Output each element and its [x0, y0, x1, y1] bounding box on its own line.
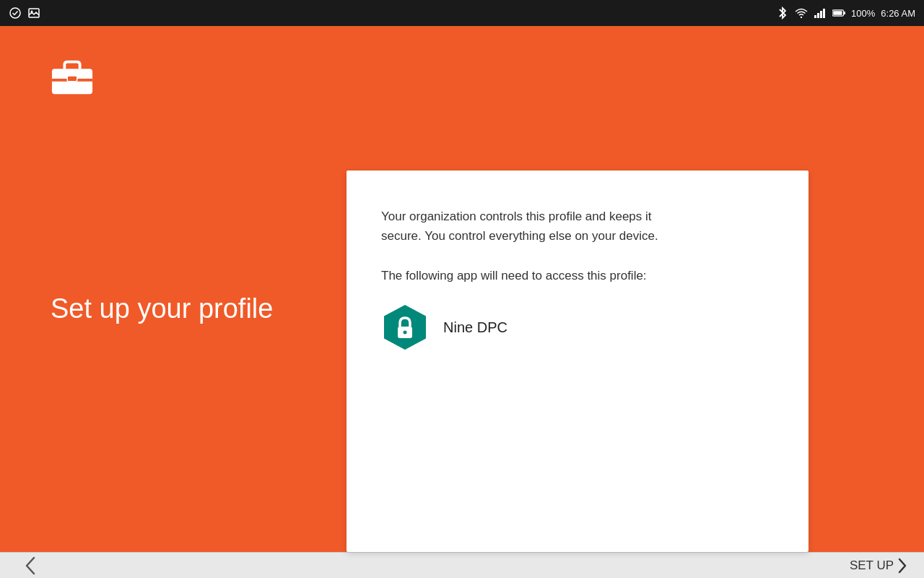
nine-dpc-label: Nine DPC — [443, 319, 507, 336]
check-circle-icon — [9, 7, 22, 20]
nine-dpc-icon — [381, 303, 429, 351]
page-heading: Set up your profile — [51, 293, 273, 324]
svg-point-0 — [10, 8, 20, 18]
card-description: Your organization controls this profile … — [381, 207, 774, 246]
status-bar-right: 100% 6:26 AM — [776, 7, 915, 20]
image-icon — [27, 7, 40, 20]
battery-percent: 100% — [851, 8, 875, 19]
svg-point-16 — [404, 331, 407, 335]
setup-button[interactable]: SET UP — [850, 558, 907, 574]
back-button[interactable] — [17, 553, 43, 579]
app-item: Nine DPC — [381, 303, 774, 351]
bluetooth-icon — [776, 7, 789, 20]
app-logo — [51, 58, 94, 94]
svg-rect-7 — [823, 9, 825, 18]
svg-rect-6 — [820, 11, 822, 18]
svg-rect-13 — [67, 76, 77, 82]
svg-rect-10 — [833, 11, 842, 15]
setup-label: SET UP — [850, 558, 894, 573]
bottom-nav: SET UP — [0, 552, 924, 578]
signal-icon — [814, 7, 827, 20]
svg-rect-4 — [814, 15, 816, 18]
status-bar-left — [9, 7, 40, 20]
time-display: 6:26 AM — [881, 8, 915, 19]
svg-point-3 — [801, 17, 802, 18]
svg-rect-5 — [817, 13, 819, 18]
card-app-access-label: The following app will need to access th… — [381, 269, 774, 283]
wifi-icon — [795, 7, 808, 20]
main-area: Set up your profile Your organization co… — [0, 26, 924, 552]
status-bar: 100% 6:26 AM — [0, 0, 924, 26]
svg-rect-9 — [844, 12, 845, 14]
briefcase-icon — [51, 58, 94, 94]
card-panel: Your organization controls this profile … — [346, 171, 808, 552]
battery-icon — [832, 7, 845, 20]
